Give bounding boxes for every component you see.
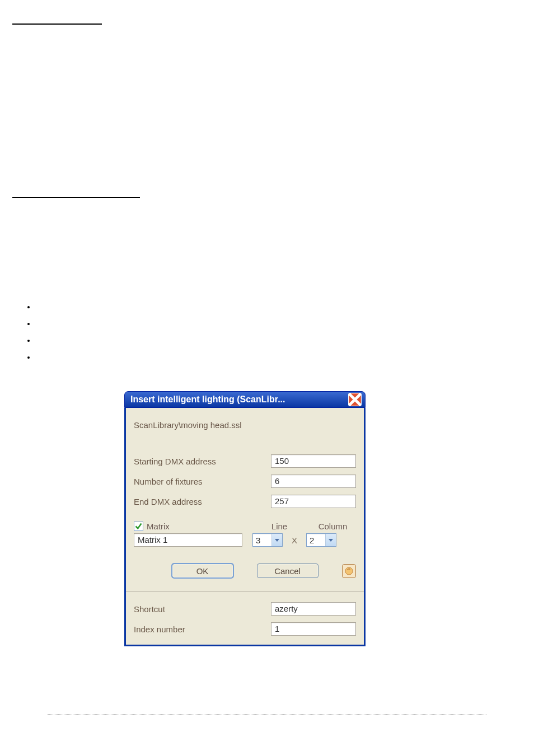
end-dmx-input[interactable]: 257 <box>271 495 356 508</box>
index-number-label: Index number <box>134 624 271 634</box>
number-of-fixtures-label: Number of fixtures <box>134 477 271 486</box>
ok-button[interactable]: OK <box>172 564 233 578</box>
dialog-body: ScanLibrary\moving head.ssl Starting DMX… <box>124 408 366 646</box>
index-number-input[interactable]: 1 <box>271 622 356 636</box>
decorative-underline-2 <box>12 197 140 198</box>
starting-dmx-input[interactable]: 150 <box>271 454 356 468</box>
column-combo[interactable]: 2 <box>306 533 336 547</box>
shortcut-input[interactable]: azerty <box>271 602 356 616</box>
close-icon[interactable] <box>348 393 362 406</box>
matrix-checkbox[interactable] <box>134 522 143 531</box>
file-path-label: ScanLibrary\moving head.ssl <box>134 420 356 430</box>
help-icon[interactable] <box>342 564 356 578</box>
column-value: 2 <box>307 534 325 546</box>
line-value: 3 <box>253 534 271 546</box>
page-footer-rule <box>48 715 486 715</box>
matrix-checkbox-label: Matrix <box>147 522 170 531</box>
svg-point-0 <box>345 567 353 574</box>
insert-lighting-dialog: Insert intelligent lighting (ScanLibr...… <box>124 391 366 646</box>
matrix-name-input[interactable]: Matrix 1 <box>134 533 242 547</box>
end-dmx-label: End DMX address <box>134 497 271 506</box>
matrix-multiply-label: X <box>283 536 306 545</box>
titlebar[interactable]: Insert intelligent lighting (ScanLibr... <box>124 391 366 408</box>
chevron-down-icon[interactable] <box>271 534 282 546</box>
column-heading: Column <box>310 522 356 531</box>
line-heading: Line <box>249 522 310 531</box>
shortcut-label: Shortcut <box>134 604 271 614</box>
decorative-underline-1 <box>12 24 102 25</box>
cancel-button[interactable]: Cancel <box>257 564 318 578</box>
starting-dmx-label: Starting DMX address <box>134 457 271 466</box>
number-of-fixtures-input[interactable]: 6 <box>271 475 356 488</box>
separator <box>126 591 364 592</box>
window-title: Insert intelligent lighting (ScanLibr... <box>130 395 348 405</box>
chevron-down-icon[interactable] <box>325 534 336 546</box>
line-combo[interactable]: 3 <box>252 533 283 547</box>
